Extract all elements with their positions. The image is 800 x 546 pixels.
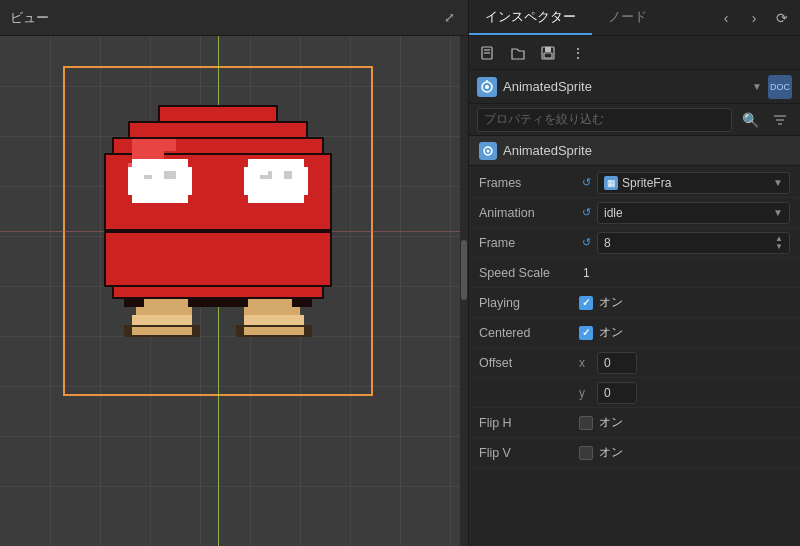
prop-value-frame: ↺ 8 ▲ ▼ — [579, 232, 790, 254]
node-dropdown-arrow: ▼ — [752, 81, 762, 92]
viewport-header: ビュー ⤢ — [0, 0, 468, 36]
offset-x-field[interactable]: 0 — [597, 352, 637, 374]
node-type-selector[interactable]: AnimatedSprite ▼ DOC — [469, 70, 800, 104]
svg-rect-26 — [106, 233, 330, 285]
filter-icon[interactable] — [768, 108, 792, 132]
prop-value-speed-scale: 1 — [579, 266, 790, 280]
viewport-title: ビュー — [10, 9, 49, 27]
speed-scale-value[interactable]: 1 — [579, 266, 590, 280]
centered-checkbox[interactable]: ✓ — [579, 326, 593, 340]
node-type-icon — [477, 77, 497, 97]
grid-line-v8 — [400, 36, 401, 546]
reset-frames-icon[interactable]: ↺ — [579, 176, 593, 190]
prop-label-offset: Offset — [479, 356, 579, 370]
offset-y-wrap: y 0 — [579, 382, 637, 404]
viewport-scrollbar[interactable] — [460, 36, 468, 546]
tab-node[interactable]: ノード — [592, 0, 663, 35]
animation-dropdown[interactable]: idle ▼ — [597, 202, 790, 224]
viewport-scrollbar-thumb[interactable] — [461, 240, 467, 300]
svg-rect-14 — [136, 163, 152, 175]
svg-rect-37 — [244, 327, 304, 335]
svg-rect-38 — [104, 229, 332, 233]
grid-line-h9 — [0, 486, 468, 487]
offset-x-wrap: x 0 — [579, 352, 637, 374]
svg-rect-4 — [160, 107, 276, 121]
tab-back-btn[interactable]: ‹ — [714, 6, 738, 30]
prop-value-flip-v: オン — [579, 444, 790, 461]
prop-speed-scale: Speed Scale 1 — [469, 258, 800, 288]
playing-checkbox[interactable]: ✓ — [579, 296, 593, 310]
prop-label-speed-scale: Speed Scale — [479, 266, 579, 280]
prop-value-offset-y: y 0 — [579, 382, 790, 404]
prop-centered: Centered ✓ オン — [469, 318, 800, 348]
prop-playing: Playing ✓ オン — [469, 288, 800, 318]
open-script-btn[interactable] — [505, 40, 531, 66]
svg-rect-43 — [545, 47, 551, 52]
property-search-input[interactable]: プロパティを絞り込む — [477, 108, 732, 132]
grid-line-v9 — [450, 36, 451, 546]
search-row: プロパティを絞り込む 🔍 — [469, 104, 800, 136]
prop-value-playing: ✓ オン — [579, 294, 790, 311]
prop-label-flip-v: Flip V — [479, 446, 579, 460]
prop-label-flip-h: Flip H — [479, 416, 579, 430]
offset-y-field[interactable]: 0 — [597, 382, 637, 404]
properties-list: Frames ↺ ▦ SpriteFra ▼ Animation ↺ idle … — [469, 166, 800, 546]
playing-checkbox-wrap[interactable]: ✓ オン — [579, 294, 623, 311]
playing-label: オン — [599, 294, 623, 311]
flip-v-checkbox-wrap[interactable]: オン — [579, 444, 623, 461]
flip-h-checkbox-wrap[interactable]: オン — [579, 414, 623, 431]
tab-forward-btn[interactable]: › — [742, 6, 766, 30]
svg-rect-44 — [544, 53, 552, 58]
reset-animation-icon[interactable]: ↺ — [579, 206, 593, 220]
y-label: y — [579, 386, 591, 400]
section-title: AnimatedSprite — [503, 143, 592, 158]
svg-rect-36 — [132, 327, 192, 335]
more-options-btn[interactable]: ⋮ — [565, 40, 591, 66]
inspector-panel: インスペクター ノード ‹ › ⟳ ⋮ AnimatedSprite ▼ — [468, 0, 800, 546]
viewport-canvas[interactable] — [0, 36, 468, 546]
tab-history-btn[interactable]: ⟳ — [770, 6, 794, 30]
offset-y-value: 0 — [604, 386, 611, 400]
prop-value-flip-h: オン — [579, 414, 790, 431]
flip-h-checkbox[interactable] — [579, 416, 593, 430]
svg-point-46 — [485, 85, 489, 89]
sprite-frames-icon: ▦ — [604, 176, 618, 190]
new-script-btn[interactable] — [475, 40, 501, 66]
reset-frame-icon[interactable]: ↺ — [579, 236, 593, 250]
flip-h-label: オン — [599, 414, 623, 431]
stepper-down[interactable]: ▼ — [775, 243, 783, 251]
prop-value-centered: ✓ オン — [579, 324, 790, 341]
search-icon[interactable]: 🔍 — [738, 108, 762, 132]
section-icon — [479, 142, 497, 160]
svg-rect-27 — [114, 287, 322, 297]
grid-line-h8 — [0, 436, 468, 437]
svg-rect-5 — [130, 123, 306, 137]
prop-value-offset-x: x 0 — [579, 352, 790, 374]
animation-dropdown-arrow: ▼ — [773, 207, 783, 218]
prop-label-frames: Frames — [479, 176, 579, 190]
frame-stepper[interactable]: 8 ▲ ▼ — [597, 232, 790, 254]
centered-checkbox-wrap[interactable]: ✓ オン — [579, 324, 623, 341]
expand-button[interactable]: ⤢ — [440, 9, 458, 27]
svg-point-52 — [487, 149, 490, 152]
flip-v-checkbox[interactable] — [579, 446, 593, 460]
prop-flip-v: Flip V オン — [469, 438, 800, 468]
node-type-name: AnimatedSprite — [503, 79, 746, 94]
save-script-btn[interactable] — [535, 40, 561, 66]
doc-button[interactable]: DOC — [768, 75, 792, 99]
offset-x-value: 0 — [604, 356, 611, 370]
svg-rect-20 — [140, 179, 176, 191]
frames-resource-picker[interactable]: ▦ SpriteFra ▼ — [597, 172, 790, 194]
svg-rect-18 — [252, 163, 268, 175]
animation-value: idle — [604, 206, 773, 220]
svg-rect-8 — [132, 139, 176, 151]
inspector-tabs: インスペクター ノード ‹ › ⟳ — [469, 0, 800, 36]
tab-icons: ‹ › ⟳ — [714, 6, 800, 30]
frames-dropdown-arrow: ▼ — [773, 177, 783, 188]
frame-value: 8 — [604, 236, 775, 250]
prop-offset-y: y 0 — [469, 378, 800, 408]
tab-inspector[interactable]: インスペクター — [469, 0, 592, 35]
search-placeholder: プロパティを絞り込む — [484, 111, 604, 128]
stepper-arrows[interactable]: ▲ ▼ — [775, 235, 783, 251]
prop-offset-x: Offset x 0 — [469, 348, 800, 378]
